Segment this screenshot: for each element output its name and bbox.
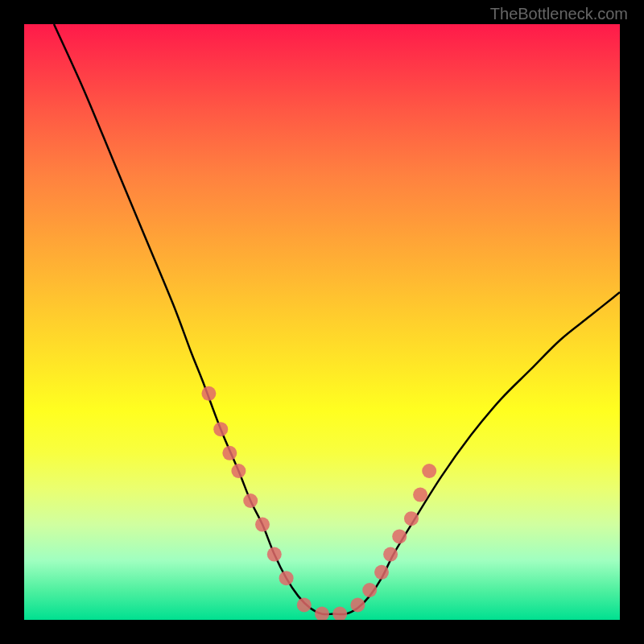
highlight-dot (201, 386, 216, 401)
highlight-dot (231, 464, 246, 478)
highlight-dot (213, 422, 228, 436)
highlight-dot (413, 488, 427, 502)
curve-layer (54, 24, 620, 614)
bottleneck-chart (24, 24, 620, 620)
highlight-dot (332, 607, 347, 620)
highlight-dot (404, 511, 419, 526)
highlight-dot (297, 598, 312, 613)
highlight-dot (267, 547, 282, 562)
highlight-dot (362, 583, 377, 597)
highlight-dot (255, 518, 270, 532)
highlight-dot (243, 493, 258, 508)
highlight-dot (422, 464, 436, 478)
bottleneck-curve-path (54, 24, 620, 614)
highlight-dot (350, 598, 365, 613)
highlight-dot (222, 446, 237, 460)
highlight-dot (315, 607, 329, 620)
watermark-text: TheBottleneck.com (490, 5, 628, 23)
highlight-dot (383, 547, 398, 562)
highlight-dot (392, 529, 407, 543)
highlight-dot (279, 571, 294, 585)
highlight-dot (374, 565, 389, 580)
marker-layer (201, 386, 436, 620)
